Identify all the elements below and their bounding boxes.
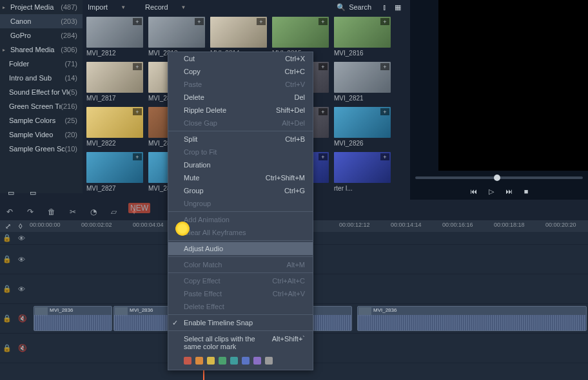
add-to-timeline-icon[interactable]: + xyxy=(380,153,389,160)
folder-item[interactable]: Canon(203) xyxy=(0,14,83,28)
folder-item[interactable]: GoPro(284) xyxy=(0,28,83,43)
add-to-timeline-icon[interactable]: + xyxy=(318,18,328,25)
folder-item[interactable]: Sound Effect for Vlog(5) xyxy=(0,85,83,99)
new-folder-icon[interactable]: ▭ xyxy=(8,189,14,197)
preview-video[interactable] xyxy=(438,0,588,171)
menu-item-label: Paste xyxy=(184,81,202,88)
menu-separator xyxy=(168,272,313,273)
menu-item[interactable]: GroupCtrl+G xyxy=(168,184,313,197)
menu-item-shortcut: Ctrl+Alt+C xyxy=(272,277,305,285)
stop-button[interactable]: ■ xyxy=(524,187,529,196)
media-thumbnail[interactable]: +MVI_2816 xyxy=(334,17,391,57)
add-to-timeline-icon[interactable]: + xyxy=(318,153,328,160)
timeline-clip[interactable]: MVI_2836 xyxy=(357,306,587,331)
delete-button[interactable]: 🗑 xyxy=(48,207,55,216)
add-to-timeline-icon[interactable]: + xyxy=(133,153,142,160)
menu-item[interactable]: SplitCtrl+B xyxy=(168,133,313,146)
color-swatch[interactable] xyxy=(195,357,203,365)
add-to-timeline-icon[interactable]: + xyxy=(195,18,204,25)
menu-item: Crop to Fit xyxy=(168,146,313,158)
media-thumbnail[interactable]: +MVI_2815 xyxy=(272,17,329,57)
color-swatch[interactable] xyxy=(242,357,250,365)
split-button[interactable]: ✂ xyxy=(70,207,76,216)
prev-frame-button[interactable]: ⏮ xyxy=(470,187,477,196)
color-swatch[interactable] xyxy=(230,357,238,365)
add-to-timeline-icon[interactable]: + xyxy=(380,108,389,115)
media-thumbnail[interactable]: +MVI_2813 xyxy=(148,17,205,57)
lock-icon[interactable]: 🔒 xyxy=(3,314,12,323)
timecode-label: 00:00:14:14 xyxy=(391,222,422,228)
media-thumbnail[interactable]: +MVI_2812 xyxy=(86,17,143,57)
marker-icon[interactable]: ◊ xyxy=(19,222,22,231)
add-to-timeline-icon[interactable]: + xyxy=(133,63,142,70)
eye-icon[interactable]: 👁 xyxy=(18,256,25,263)
media-thumbnail[interactable]: +MVI_2827 xyxy=(86,152,143,192)
zoom-fit-icon[interactable]: ⤢ xyxy=(5,222,11,231)
speed-button[interactable]: ◔ xyxy=(90,207,97,216)
play-button[interactable]: ▷ xyxy=(489,187,494,196)
media-thumbnail[interactable]: +MVI_2817 xyxy=(86,62,143,102)
add-to-timeline-icon[interactable]: + xyxy=(133,108,142,115)
menu-item[interactable]: MuteCtrl+Shift+M xyxy=(168,171,313,184)
folder-item[interactable]: Sample Colors(25) xyxy=(0,113,83,128)
record-dropdown[interactable]: Record ▼ xyxy=(145,3,186,11)
lock-icon[interactable]: 🔒 xyxy=(3,255,12,263)
color-swatch[interactable] xyxy=(184,357,191,365)
color-swatch[interactable] xyxy=(253,357,261,365)
next-frame-button[interactable]: ⏭ xyxy=(505,187,513,196)
menu-item[interactable]: Ripple DeleteShift+Del xyxy=(168,104,313,117)
menu-item[interactable]: Select all clips with the same color mar… xyxy=(168,332,313,353)
add-to-timeline-icon[interactable]: + xyxy=(380,63,389,70)
lock-icon[interactable]: 🔒 xyxy=(3,285,12,293)
color-swatch[interactable] xyxy=(265,357,273,365)
search-input[interactable]: 🔍 Search xyxy=(333,2,375,13)
add-to-timeline-icon[interactable]: + xyxy=(380,18,389,25)
add-to-timeline-icon[interactable]: + xyxy=(318,108,328,115)
folder-item[interactable]: Green Screen Trans(216) xyxy=(0,99,83,113)
add-to-timeline-icon[interactable]: + xyxy=(257,18,266,25)
menu-item[interactable]: ✓Enable Timeline Snap xyxy=(168,316,313,329)
menu-item[interactable]: CutCtrl+X xyxy=(168,52,313,65)
color-swatch[interactable] xyxy=(219,357,226,365)
media-thumbnail[interactable]: +MVI_2826 xyxy=(334,107,391,147)
effects-button[interactable]: ✦NEW xyxy=(131,207,159,216)
add-to-timeline-icon[interactable]: + xyxy=(133,18,142,25)
menu-item[interactable]: CopyCtrl+C xyxy=(168,65,313,78)
triangle-icon: ▸ xyxy=(3,5,5,10)
folder-item[interactable]: Intro and Sub(14) xyxy=(0,71,83,85)
open-folder-icon[interactable]: ▭ xyxy=(30,189,36,197)
filter-icon[interactable]: ⫿ xyxy=(383,3,387,11)
add-to-timeline-icon[interactable]: + xyxy=(318,63,328,70)
color-swatch[interactable] xyxy=(207,357,215,365)
menu-item-shortcut: Ctrl+V xyxy=(285,81,305,88)
redo-button[interactable]: ↷ xyxy=(27,207,34,216)
eye-icon[interactable]: 👁 xyxy=(18,285,25,293)
thumbnail-label: MVI_2822 xyxy=(86,140,143,147)
lock-icon[interactable]: 🔒 xyxy=(3,344,12,352)
menu-item[interactable]: Duration xyxy=(168,158,313,171)
preview-progress[interactable] xyxy=(415,176,583,179)
grid-view-icon[interactable]: ▦ xyxy=(395,3,401,12)
folder-item[interactable]: Sample Video(20) xyxy=(0,128,83,142)
progress-knob[interactable] xyxy=(494,175,500,181)
mute-icon[interactable]: 🔇 xyxy=(18,344,27,352)
folder-item[interactable]: Sample Green Screen(10) xyxy=(0,142,83,156)
media-thumbnail[interactable]: +MVI_2822 xyxy=(86,107,143,147)
crop-button[interactable]: ▱ xyxy=(111,207,117,216)
mute-icon[interactable]: 🔇 xyxy=(18,314,27,323)
import-dropdown[interactable]: Import ▼ xyxy=(88,3,126,11)
media-thumbnail[interactable]: +MVI_2821 xyxy=(334,62,391,102)
media-thumbnail[interactable]: +MVI_2814 xyxy=(210,17,267,57)
menu-item[interactable]: DeleteDel xyxy=(168,91,313,104)
folder-item[interactable]: ▸Project Media(487) xyxy=(0,0,83,14)
thumbnail-image: + xyxy=(86,17,143,48)
lock-icon[interactable]: 🔒 xyxy=(3,234,12,242)
eye-icon[interactable]: 👁 xyxy=(18,234,25,242)
folder-item[interactable]: Folder(71) xyxy=(0,57,83,71)
timeline-clip[interactable]: MVI_2836 xyxy=(34,306,112,331)
undo-button[interactable]: ↶ xyxy=(6,207,13,216)
folder-item[interactable]: ▸Shared Media(306) xyxy=(0,43,83,57)
media-thumbnail[interactable]: +rter I... xyxy=(334,152,391,192)
menu-item[interactable]: Adjust Audio xyxy=(168,242,313,255)
new-badge: NEW xyxy=(128,203,150,213)
